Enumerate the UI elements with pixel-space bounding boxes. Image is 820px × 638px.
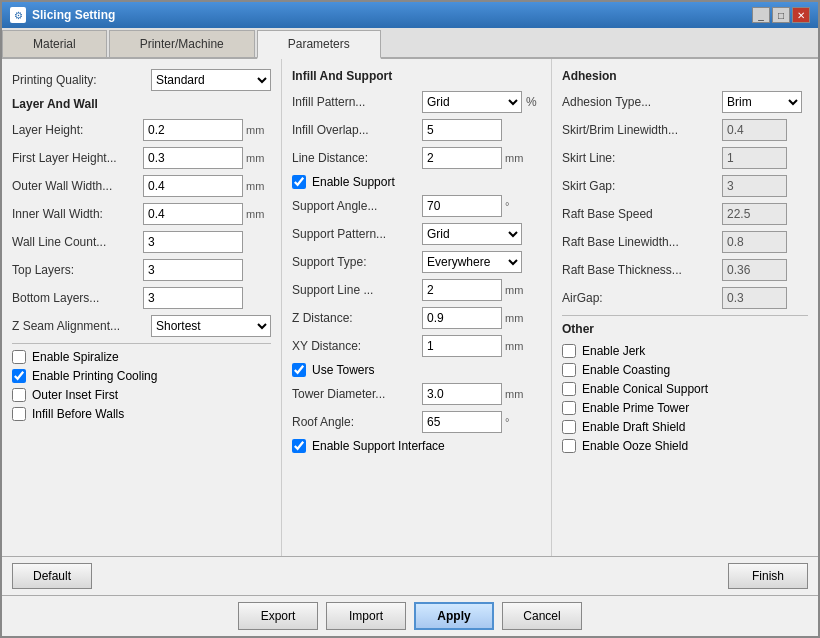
import-button[interactable]: Import [326, 602, 406, 630]
enable-draft-shield-label: Enable Draft Shield [582, 420, 685, 434]
default-button[interactable]: Default [12, 563, 92, 589]
support-type-label: Support Type: [292, 255, 422, 269]
enable-draft-shield-checkbox[interactable] [562, 420, 576, 434]
bottom-layers-input[interactable] [143, 287, 243, 309]
enable-prime-tower-checkbox[interactable] [562, 401, 576, 415]
skirt-line-label: Skirt Line: [562, 151, 722, 165]
enable-conical-support-checkbox[interactable] [562, 382, 576, 396]
skirt-brim-input[interactable] [722, 119, 787, 141]
airgap-label: AirGap: [562, 291, 722, 305]
layer-height-unit: mm [246, 124, 271, 136]
bottom-bar: Default Finish [2, 556, 818, 595]
raft-base-thickness-row: Raft Base Thickness... [562, 259, 808, 281]
support-line-input[interactable] [422, 279, 502, 301]
raft-base-speed-row: Raft Base Speed [562, 203, 808, 225]
skirt-gap-input[interactable] [722, 175, 787, 197]
first-layer-height-input[interactable] [143, 147, 243, 169]
use-towers-label: Use Towers [312, 363, 374, 377]
infill-before-walls-checkbox[interactable] [12, 407, 26, 421]
top-layers-input[interactable] [143, 259, 243, 281]
inner-wall-width-input[interactable] [143, 203, 243, 225]
infill-pattern-row: Infill Pattern... Grid Lines Triangles C… [292, 91, 541, 113]
enable-prime-tower-row: Enable Prime Tower [562, 401, 808, 415]
enable-coasting-label: Enable Coasting [582, 363, 670, 377]
cancel-button[interactable]: Cancel [502, 602, 582, 630]
skirt-brim-label: Skirt/Brim Linewidth... [562, 123, 722, 137]
layer-wall-title: Layer And Wall [12, 97, 271, 111]
maximize-button[interactable]: □ [772, 7, 790, 23]
title-bar-left: ⚙ Slicing Setting [10, 7, 115, 23]
wall-line-count-input[interactable] [143, 231, 243, 253]
left-panel: Printing Quality: Standard Fine Draft La… [2, 59, 282, 556]
enable-conical-support-row: Enable Conical Support [562, 382, 808, 396]
support-type-row: Support Type: Everywhere Touching Buildp… [292, 251, 541, 273]
tab-printer[interactable]: Printer/Machine [109, 30, 255, 57]
support-angle-input[interactable] [422, 195, 502, 217]
layer-height-label: Layer Height: [12, 123, 143, 137]
roof-angle-label: Roof Angle: [292, 415, 422, 429]
skirt-line-input[interactable] [722, 147, 787, 169]
infill-overlap-input[interactable] [422, 119, 502, 141]
skirt-gap-label: Skirt Gap: [562, 179, 722, 193]
z-seam-label: Z Seam Alignment... [12, 319, 151, 333]
enable-jerk-checkbox[interactable] [562, 344, 576, 358]
printing-quality-select[interactable]: Standard Fine Draft [151, 69, 271, 91]
bottom-layers-label: Bottom Layers... [12, 291, 143, 305]
airgap-input[interactable] [722, 287, 787, 309]
z-distance-input[interactable] [422, 307, 502, 329]
enable-support-row: Enable Support [292, 175, 541, 189]
raft-base-thickness-input[interactable] [722, 259, 787, 281]
z-distance-label: Z Distance: [292, 311, 422, 325]
enable-ooze-shield-checkbox[interactable] [562, 439, 576, 453]
close-button[interactable]: ✕ [792, 7, 810, 23]
roof-angle-input[interactable] [422, 411, 502, 433]
raft-base-linewidth-row: Raft Base Linewidth... [562, 231, 808, 253]
support-type-select[interactable]: Everywhere Touching Buildplate [422, 251, 522, 273]
support-interface-label: Enable Support Interface [312, 439, 445, 453]
outer-wall-width-input[interactable] [143, 175, 243, 197]
z-distance-unit: mm [505, 312, 525, 324]
infill-pattern-label: Infill Pattern... [292, 95, 422, 109]
outer-inset-first-checkbox[interactable] [12, 388, 26, 402]
tower-diameter-label: Tower Diameter... [292, 387, 422, 401]
minimize-button[interactable]: _ [752, 7, 770, 23]
enable-coasting-checkbox[interactable] [562, 363, 576, 377]
enable-printing-cooling-checkbox[interactable] [12, 369, 26, 383]
xy-distance-unit: mm [505, 340, 525, 352]
main-window: ⚙ Slicing Setting _ □ ✕ Material Printer… [0, 0, 820, 638]
layer-height-input[interactable] [143, 119, 243, 141]
title-controls: _ □ ✕ [752, 7, 810, 23]
tab-parameters[interactable]: Parameters [257, 30, 381, 59]
adhesion-type-select[interactable]: Brim Raft Skirt None [722, 91, 802, 113]
enable-jerk-label: Enable Jerk [582, 344, 645, 358]
support-pattern-select[interactable]: Grid Lines ZigZag [422, 223, 522, 245]
line-distance-unit: mm [505, 152, 525, 164]
tower-diameter-input[interactable] [422, 383, 502, 405]
apply-button[interactable]: Apply [414, 602, 494, 630]
line-distance-input[interactable] [422, 147, 502, 169]
enable-spiralize-label: Enable Spiralize [32, 350, 119, 364]
tab-material[interactable]: Material [2, 30, 107, 57]
bottom-layers-row: Bottom Layers... [12, 287, 271, 309]
enable-spiralize-checkbox[interactable] [12, 350, 26, 364]
enable-support-checkbox[interactable] [292, 175, 306, 189]
raft-base-speed-label: Raft Base Speed [562, 207, 722, 221]
inner-wall-width-unit: mm [246, 208, 271, 220]
raft-base-linewidth-input[interactable] [722, 231, 787, 253]
infill-before-walls-label: Infill Before Walls [32, 407, 124, 421]
export-button[interactable]: Export [238, 602, 318, 630]
tower-diameter-row: Tower Diameter... mm [292, 383, 541, 405]
enable-jerk-row: Enable Jerk [562, 344, 808, 358]
z-seam-select[interactable]: Shortest Random Back User Specified [151, 315, 271, 337]
infill-pattern-select[interactable]: Grid Lines Triangles Cubic [422, 91, 522, 113]
raft-base-speed-input[interactable] [722, 203, 787, 225]
use-towers-checkbox[interactable] [292, 363, 306, 377]
finish-button[interactable]: Finish [728, 563, 808, 589]
infill-overlap-row: Infill Overlap... [292, 119, 541, 141]
xy-distance-input[interactable] [422, 335, 502, 357]
enable-ooze-shield-label: Enable Ooze Shield [582, 439, 688, 453]
z-seam-row: Z Seam Alignment... Shortest Random Back… [12, 315, 271, 337]
window-icon: ⚙ [10, 7, 26, 23]
middle-panel: Infill And Support Infill Pattern... Gri… [282, 59, 552, 556]
support-interface-checkbox[interactable] [292, 439, 306, 453]
